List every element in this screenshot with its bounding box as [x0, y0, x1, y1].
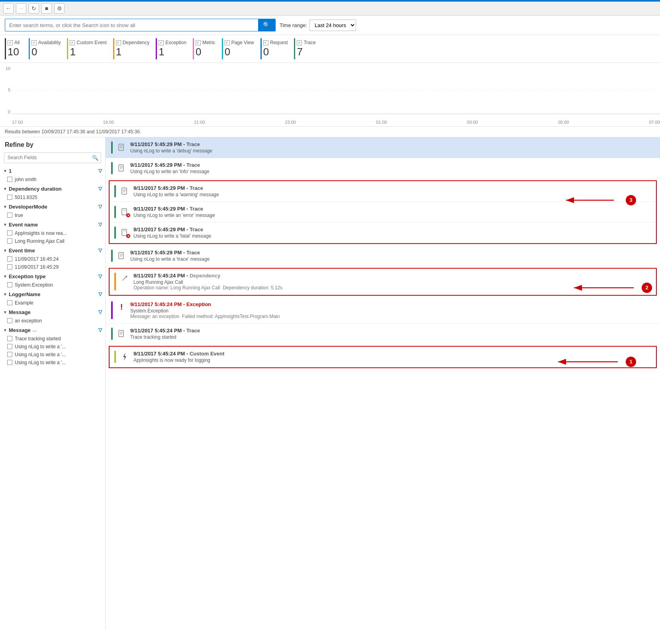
- label-example: Example: [15, 300, 33, 306]
- filter-icon-dev-mode[interactable]: ▽: [98, 204, 102, 209]
- sidebar-group-header-exception-type[interactable]: ▼ Exception type ▽: [0, 272, 105, 281]
- result-item-dependency[interactable]: 9/11/2017 5:45:24 PM - Dependency Long R…: [110, 269, 656, 295]
- checkbox-nlog2[interactable]: [7, 352, 12, 357]
- result-item-exception[interactable]: ! 9/11/2017 5:45:24 PM - Exception Syste…: [106, 297, 660, 324]
- sidebar-group-header-1[interactable]: ▼ 1 ▽: [0, 166, 105, 176]
- event-type-metric[interactable]: Metric 0: [193, 38, 222, 59]
- message2-ellipsis: …: [32, 327, 37, 333]
- label-system-exception: System.Exception: [15, 282, 53, 288]
- sidebar-item-trace-tracking[interactable]: Trace tracking started: [7, 335, 105, 343]
- sidebar-item-example[interactable]: Example: [7, 299, 105, 307]
- label-nlog1: Using nLog to write a '...: [15, 344, 66, 349]
- sidebar-group-header-event-name[interactable]: ▼ Event name ▽: [0, 220, 105, 229]
- result-item-custom-event[interactable]: 9/11/2017 5:45:24 PM - Custom Event AppI…: [110, 347, 656, 367]
- result-item-fatal[interactable]: ✕ 9/11/2017 5:45:29 PM - Trace Using nLo…: [110, 222, 656, 243]
- search-button[interactable]: 🔍: [258, 19, 275, 31]
- event-type-exception[interactable]: Exception 1: [156, 38, 193, 59]
- label-metric: Metric: [202, 40, 215, 45]
- result-item-trace-msg[interactable]: 9/11/2017 5:45:29 PM - Trace Using nLog …: [106, 246, 660, 266]
- filter-icon-exception-type[interactable]: ▽: [98, 273, 102, 279]
- checkbox-dependency[interactable]: [116, 40, 121, 45]
- checkbox-appinsights[interactable]: [7, 230, 12, 236]
- sidebar-group-exception-type: ▼ Exception type ▽ System.Exception: [0, 272, 105, 289]
- checkbox-trace-tracking[interactable]: [7, 336, 12, 341]
- filter-icon-message1[interactable]: ▽: [98, 309, 102, 315]
- checkbox-metric[interactable]: [196, 40, 201, 45]
- event-type-dependency[interactable]: Dependency 1: [113, 38, 156, 59]
- label-nlog3: Using nLog to write a '...: [15, 360, 66, 365]
- y-label-5: 5: [8, 88, 10, 92]
- event-type-all[interactable]: All 10: [5, 38, 29, 59]
- result-timestamp-custom-event: 9/11/2017 5:45:24 PM: [133, 351, 185, 357]
- event-type-request[interactable]: Request 0: [260, 38, 294, 59]
- filter-icon-logger-name[interactable]: ▽: [98, 291, 102, 297]
- forward-button[interactable]: →: [16, 3, 26, 14]
- result-timestamp-error: 9/11/2017 5:45:29 PM: [133, 206, 185, 212]
- sidebar-item-5011[interactable]: 5011.8325: [7, 193, 105, 201]
- search-input[interactable]: [5, 19, 258, 31]
- checkbox-an-exception[interactable]: [7, 318, 12, 323]
- checkbox-nlog3[interactable]: [7, 360, 12, 365]
- sidebar-group-header-logger-name[interactable]: ▼ LoggerName ▽: [0, 290, 105, 299]
- event-type-trace[interactable]: Trace 7: [294, 38, 322, 59]
- result-item-warning[interactable]: 9/11/2017 5:45:29 PM - Trace Using nLog …: [110, 181, 656, 202]
- event-type-page-view[interactable]: Page View 0: [222, 38, 260, 59]
- sidebar-item-an-exception[interactable]: an exception: [7, 317, 105, 325]
- checkbox-long-running[interactable]: [7, 238, 12, 244]
- y-label-10: 10: [6, 66, 10, 71]
- checkbox-nlog1[interactable]: [7, 344, 12, 349]
- sidebar-item-appinsights[interactable]: AppInsights is now rea...: [7, 229, 105, 237]
- filter-icon-event-name[interactable]: ▽: [98, 222, 102, 227]
- settings-button[interactable]: ⚙: [54, 3, 65, 14]
- filter-icon-1[interactable]: ▽: [98, 168, 102, 174]
- chart-canvas: [12, 66, 660, 114]
- filter-icon-event-time[interactable]: ▽: [98, 248, 102, 253]
- time-range-select[interactable]: Last 24 hours: [309, 20, 356, 31]
- sidebar-group-header-message2[interactable]: ▼ Message … ▽: [0, 326, 105, 335]
- sidebar-group-items-exception-type: System.Exception: [0, 281, 105, 289]
- checkbox-time2[interactable]: [7, 264, 12, 269]
- checkbox-john-smith[interactable]: [7, 177, 12, 182]
- back-button[interactable]: ←: [3, 3, 14, 14]
- refresh-button[interactable]: ↻: [29, 3, 39, 14]
- result-desc-debug: Using nLog to write a 'debug' message: [130, 148, 654, 154]
- sidebar-group-header-message1[interactable]: ▼ Message ▽: [0, 308, 105, 317]
- sidebar-item-time1[interactable]: 11/09/2017 16:45:24: [7, 255, 105, 263]
- checkbox-custom-event[interactable]: [70, 40, 75, 45]
- sidebar-group-header-dev-mode[interactable]: ▼ DeveloperMode ▽: [0, 202, 105, 211]
- event-type-availability[interactable]: Availability 0: [29, 38, 67, 59]
- sidebar-item-system-exception[interactable]: System.Exception: [7, 281, 105, 289]
- checkbox-true[interactable]: [7, 213, 12, 218]
- sidebar-item-john-smith[interactable]: john smith: [7, 176, 105, 183]
- sidebar-group-header-event-time[interactable]: ▼ Event time ▽: [0, 246, 105, 255]
- result-item-trace-tracking[interactable]: 9/11/2017 5:45:24 PM - Trace Trace track…: [106, 324, 660, 344]
- checkbox-page-view[interactable]: [225, 40, 230, 45]
- result-item-info[interactable]: 9/11/2017 5:45:29 PM - Trace Using nLog …: [106, 158, 660, 179]
- checkbox-5011[interactable]: [7, 195, 12, 200]
- sidebar-search-input[interactable]: [4, 153, 90, 162]
- result-type-exception: Exception: [186, 301, 211, 307]
- result-item-debug[interactable]: 9/11/2017 5:45:29 PM - Trace Using nLog …: [106, 137, 660, 158]
- checkbox-all[interactable]: [8, 40, 13, 45]
- x-05: 05:00: [558, 120, 569, 125]
- result-item-error[interactable]: ✕ 9/11/2017 5:45:29 PM - Trace Using nLo…: [110, 202, 656, 222]
- sidebar-item-time2[interactable]: 11/09/2017 16:45:29: [7, 263, 105, 271]
- stop-button[interactable]: ■: [41, 3, 52, 14]
- sidebar-item-true[interactable]: true: [7, 211, 105, 219]
- filter-icon-dep-dur[interactable]: ▽: [98, 186, 102, 191]
- checkbox-trace[interactable]: [297, 40, 302, 45]
- checkbox-exception[interactable]: [159, 40, 164, 45]
- sidebar-item-nlog2[interactable]: Using nLog to write a '...: [7, 351, 105, 359]
- sidebar-item-nlog1[interactable]: Using nLog to write a '...: [7, 343, 105, 351]
- checkbox-example[interactable]: [7, 300, 12, 305]
- event-type-custom-event[interactable]: Custom Event 1: [67, 38, 113, 59]
- sidebar-group-header-dep-dur[interactable]: ▼ Dependency duration ▽: [0, 184, 105, 193]
- checkbox-availability[interactable]: [31, 40, 37, 45]
- sidebar-item-long-running[interactable]: Long Running Ajax Call: [7, 237, 105, 245]
- filter-icon-message2[interactable]: ▽: [98, 327, 102, 333]
- icon-lightning-custom-event: [120, 352, 129, 361]
- checkbox-request[interactable]: [263, 40, 268, 45]
- sidebar-item-nlog3[interactable]: Using nLog to write a '...: [7, 359, 105, 367]
- checkbox-time1[interactable]: [7, 256, 12, 262]
- checkbox-system-exception[interactable]: [7, 282, 12, 287]
